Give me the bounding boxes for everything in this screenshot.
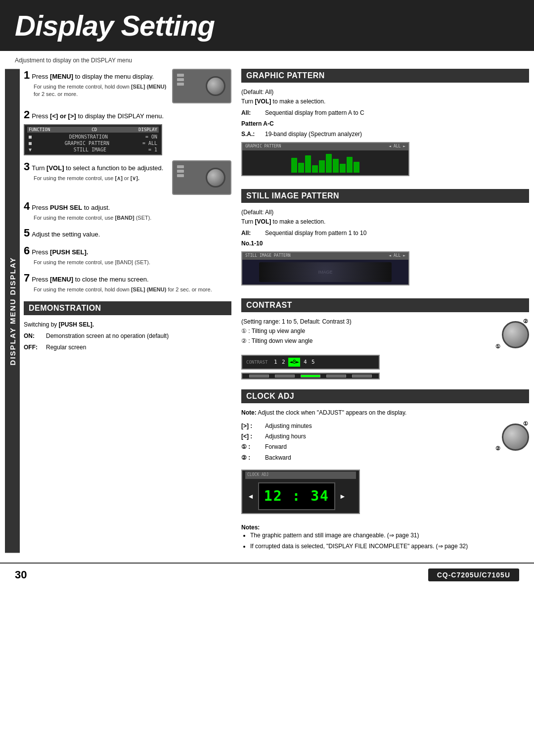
step-3: 3 Turn [VOL] to select a function to be … [24, 160, 231, 195]
menu-label-1: DEMONSTRATION [69, 134, 108, 140]
graphic-pattern-header: GRAPHIC PATTERN [241, 69, 529, 83]
eq-bar-5 [319, 160, 325, 173]
gp-val-sa: 19-band display (Spectrum analyzer) [265, 130, 529, 139]
si-row-no: No.1-10 [241, 239, 529, 248]
still-screen-badge: ◄ ALL ► [389, 253, 405, 259]
menu-label-2: GRAPHIC PATTERN [65, 141, 109, 146]
step-7: 7 Press [MENU] to close the menu screen.… [24, 272, 231, 293]
contrast-range: (Setting range: 1 to 5, Default: Contras… [241, 317, 352, 327]
eq-bar-3 [305, 155, 311, 173]
tick-5 [352, 375, 372, 378]
still-image-placeholder: IMAGE [318, 269, 332, 276]
contrast-content: (Setting range: 1 to 5, Default: Contras… [241, 315, 529, 381]
right-column: GRAPHIC PATTERN (Default: All) Turn [VOL… [236, 69, 529, 553]
left-column: 1 Press [MENU] to display the menu displ… [24, 69, 236, 553]
graphic-pattern-default: (Default: All) [241, 88, 529, 97]
si-row-all: All: Sequential display from pattern 1 t… [241, 229, 529, 238]
ca-term-1: [>] : [241, 422, 261, 431]
contrast-item-1: ① : Tilting up view angle [241, 327, 352, 336]
demonstration-section: DEMONSTRATION Switching by [PUSH SEL]. O… [24, 301, 231, 356]
menu-row-3: ▼ STILL IMAGE = 1 [27, 146, 159, 153]
clock-knob-circle [502, 424, 529, 451]
notes-section: Notes: The graphic pattern and still ima… [241, 524, 529, 551]
cb-5: 5 [310, 358, 316, 367]
tick-4 [326, 375, 346, 378]
graphic-pattern-content: (Default: All) Turn [VOL] to make a sele… [241, 86, 529, 181]
graphic-pattern-list: All: Sequential display from pattern A t… [241, 108, 529, 139]
contrast-bar: CONTRAST 1 2 ◄8► 4 5 [241, 355, 380, 370]
si-val-all: Sequential display from pattern 1 to 10 [265, 229, 529, 238]
ca-term-2: [<] : [241, 432, 261, 441]
step-7-text: Press [MENU] to close the menu screen. [32, 275, 148, 284]
knob-circle [502, 321, 529, 348]
gp-row-all: All: Sequential display from pattern A t… [241, 108, 529, 118]
graphic-screen-topbar: GRAPHIC PATTERN ◄ ALL ► [242, 143, 408, 150]
cb-2: 2 [280, 358, 286, 367]
contrast-section: CONTRAST (Setting range: 1 to 5, Default… [241, 298, 529, 381]
model-badge: CQ-C7205U/C7105U [428, 568, 519, 581]
graphic-pattern-turn: Turn [VOL] to make a selection. [241, 97, 529, 106]
subtitle: Adjustment to display on the DISPLAY men… [0, 55, 534, 69]
demo-row-off: OFF: Regular screen [24, 343, 231, 352]
step-4-note: For using the remote control, use [BAND]… [34, 214, 231, 222]
demo-value-on: Demonstration screen at no operation (de… [46, 331, 231, 341]
eq-bar-7 [333, 159, 339, 173]
step-3-note: For using the remote control, use [∧] or… [34, 175, 167, 182]
graphic-pattern-section: GRAPHIC PATTERN (Default: All) Turn [VOL… [241, 69, 529, 181]
step-1-note: For using the remote control, hold down … [34, 83, 167, 98]
ca-row-4: ② : Backward [241, 453, 312, 463]
demonstration-content: Switching by [PUSH SEL]. ON: Demonstrati… [24, 318, 231, 356]
step-4: 4 Press PUSH SEL to adjust. For using th… [24, 200, 231, 222]
menu-icon-2: ■ [29, 141, 32, 146]
menu-header-mid: CD [91, 127, 97, 132]
eq-bars [291, 153, 359, 173]
menu-row-2: ■ GRAPHIC PATTERN = ALL [27, 140, 159, 146]
cb-3: ◄8► [288, 358, 300, 367]
ca-val-4: Backward [265, 453, 312, 463]
step-1-image [172, 69, 231, 103]
gp-val-all: Sequential display from pattern A to C [265, 108, 529, 118]
clock-display-label: CLOCK ADJ [245, 472, 356, 479]
graphic-screen-label: GRAPHIC PATTERN [245, 143, 281, 150]
menu-icon-1: ■ [29, 134, 32, 140]
header-bar: Display Setting [0, 0, 534, 51]
ca-term-3: ① : [241, 442, 261, 452]
ca-val-1: Adjusting minutes [265, 422, 312, 431]
still-image-section: STILL IMAGE PATTERN (Default: All) Turn … [241, 189, 529, 291]
step-2-text: Press [<] or [>] to display the DISPLAY … [32, 111, 164, 121]
step-3-image [172, 160, 231, 195]
knob-num-2: ① [495, 342, 500, 351]
step-5-text: Adjust the setting value. [32, 230, 100, 239]
step-5-number: 5 [24, 227, 30, 239]
step-4-number: 4 [24, 200, 30, 213]
still-screen-body: IMAGE [242, 260, 408, 284]
display-menu: FUNCTION CD DISPLAY ■ DEMONSTRATION = ON… [24, 124, 162, 155]
step-6-note: For using the remote control, use [BAND]… [34, 259, 231, 266]
gp-row-pattern: Pattern A-C [241, 119, 529, 129]
still-image-content: (Default: All) Turn [VOL] to make a sele… [241, 206, 529, 291]
step-1: 1 Press [MENU] to display the menu displ… [24, 69, 231, 103]
contrast-tick-row [241, 373, 380, 379]
step-4-text: Press PUSH SEL to adjust. [32, 203, 110, 213]
ca-row-1: [>] : Adjusting minutes [241, 422, 312, 431]
tick-3 [301, 375, 320, 378]
step-3-text: Turn [VOL] to select a function to be ad… [32, 163, 163, 173]
clock-left-arrow: ◄ [247, 491, 254, 502]
step-2: 2 Press [<] or [>] to display the DISPLA… [24, 108, 231, 155]
eq-bar-10 [354, 162, 359, 173]
menu-value-3: = 1 [148, 147, 157, 152]
menu-label-3: STILL IMAGE [74, 147, 106, 152]
menu-value-2: = ALL [142, 141, 157, 146]
eq-bar-8 [340, 164, 346, 173]
clock-adj-list: [>] : Adjusting minutes [<] : Adjusting … [241, 422, 312, 464]
page-number: 30 [15, 568, 27, 581]
contrast-header: CONTRAST [241, 298, 529, 312]
demo-row-on: ON: Demonstration screen at no operation… [24, 331, 231, 341]
still-screen-label: STILL IMAGE PATTERN [245, 253, 291, 259]
tick-1 [249, 375, 269, 378]
step-2-number: 2 [24, 108, 30, 121]
graphic-screen-badge: ◄ ALL ► [389, 143, 405, 150]
page: Display Setting Adjustment to display on… [0, 0, 534, 756]
gp-term-all: All: [241, 108, 261, 118]
step-5: 5 Adjust the setting value. [24, 227, 231, 239]
